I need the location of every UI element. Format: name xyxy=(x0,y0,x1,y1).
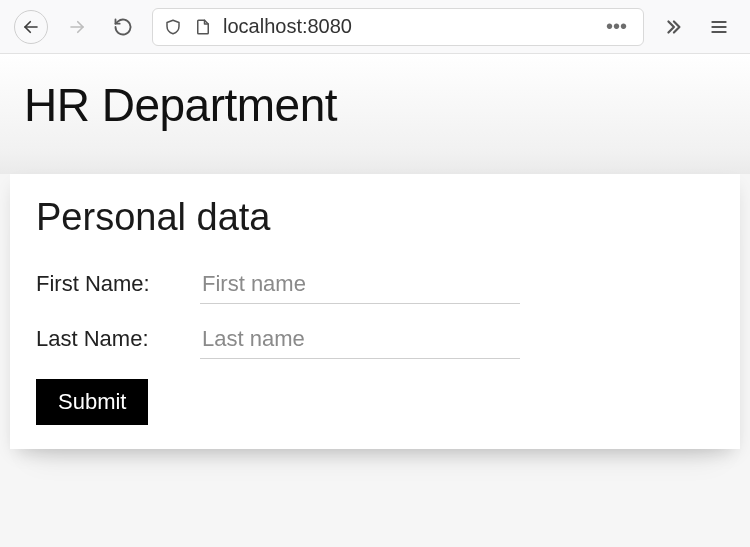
overflow-button[interactable] xyxy=(656,10,690,44)
submit-button[interactable]: Submit xyxy=(36,379,148,425)
browser-toolbar: ••• xyxy=(0,0,750,54)
arrow-left-icon xyxy=(22,18,40,36)
card-heading: Personal data xyxy=(36,196,714,239)
last-name-row: Last Name: xyxy=(36,322,714,359)
personal-data-card: Personal data First Name: Last Name: Sub… xyxy=(10,174,740,449)
url-input[interactable] xyxy=(223,15,590,38)
forward-button[interactable] xyxy=(60,10,94,44)
page-title: HR Department xyxy=(10,72,740,150)
first-name-label: First Name: xyxy=(36,271,186,297)
page-header-area: HR Department xyxy=(0,54,750,174)
reload-button[interactable] xyxy=(106,10,140,44)
page-actions-icon[interactable]: ••• xyxy=(600,15,633,38)
hamburger-icon xyxy=(709,17,729,37)
first-name-input[interactable] xyxy=(200,267,520,304)
page-icon xyxy=(193,17,213,37)
shield-icon xyxy=(163,17,183,37)
first-name-row: First Name: xyxy=(36,267,714,304)
app-menu-button[interactable] xyxy=(702,10,736,44)
reload-icon xyxy=(113,17,133,37)
last-name-input[interactable] xyxy=(200,322,520,359)
arrow-right-icon xyxy=(68,18,86,36)
address-bar[interactable]: ••• xyxy=(152,8,644,46)
chevrons-right-icon xyxy=(662,16,684,38)
last-name-label: Last Name: xyxy=(36,326,186,352)
back-button[interactable] xyxy=(14,10,48,44)
